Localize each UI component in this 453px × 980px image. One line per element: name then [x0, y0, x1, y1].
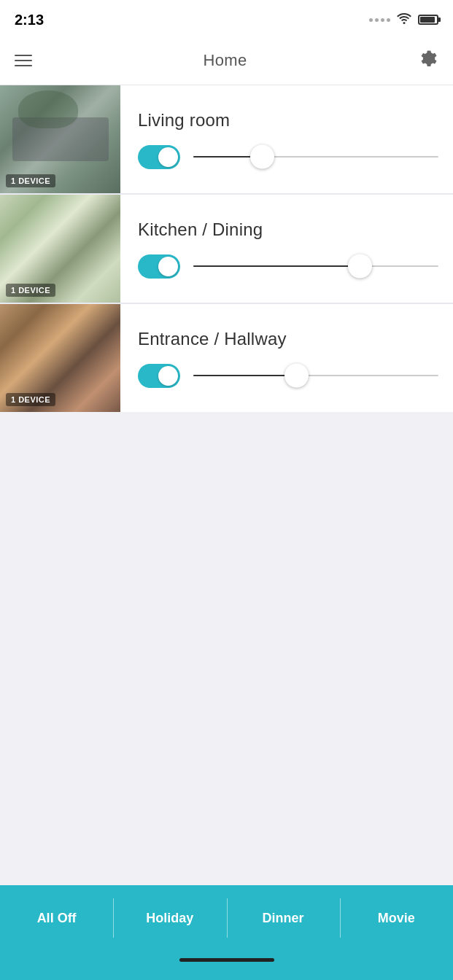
toggle-knob-entrance-hallway — [158, 366, 178, 386]
slider-entrance-hallway[interactable] — [193, 364, 438, 388]
status-time: 2:13 — [15, 12, 44, 28]
room-actions-kitchen-dining — [138, 254, 438, 279]
slider-track-entrance-hallway — [193, 375, 438, 376]
device-badge-entrance-hallway: 1 DEVICE — [6, 393, 55, 406]
holiday-button[interactable]: Holiday — [113, 885, 226, 951]
movie-button[interactable]: Movie — [340, 885, 453, 951]
room-card-kitchen-dining[interactable]: 1 DEVICE Kitchen / Dining — [0, 195, 453, 303]
room-controls-living-room: Living room — [120, 97, 453, 182]
empty-space — [0, 412, 453, 835]
status-bar: 2:13 — [0, 0, 453, 36]
device-badge-kitchen-dining: 1 DEVICE — [6, 284, 55, 297]
status-icons — [369, 12, 438, 28]
room-card-entrance-hallway[interactable]: 1 DEVICE Entrance / Hallway — [0, 304, 453, 412]
room-controls-entrance-hallway: Entrance / Hallway — [120, 316, 453, 401]
toggle-entrance-hallway[interactable] — [138, 364, 180, 388]
room-actions-entrance-hallway — [138, 364, 438, 388]
room-image-entrance-hallway: 1 DEVICE — [0, 304, 120, 412]
toggle-knob-living-room — [158, 147, 178, 167]
hamburger-menu-button[interactable] — [15, 55, 32, 66]
slider-fill-kitchen-dining — [193, 265, 360, 267]
room-list: 1 DEVICE Living room 1 DEVICE Kit — [0, 85, 453, 412]
slider-thumb-kitchen-dining[interactable] — [348, 254, 372, 279]
home-indicator — [179, 958, 274, 962]
room-image-living-room: 1 DEVICE — [0, 85, 120, 193]
wifi-icon — [396, 12, 412, 28]
device-badge-living-room: 1 DEVICE — [6, 174, 55, 187]
slider-track-living-room — [193, 156, 438, 158]
slider-track-kitchen-dining — [193, 265, 438, 267]
slider-kitchen-dining[interactable] — [193, 254, 438, 279]
settings-icon[interactable] — [418, 48, 438, 73]
room-name-living-room: Living room — [138, 110, 438, 131]
room-name-entrance-hallway: Entrance / Hallway — [138, 329, 438, 349]
slider-thumb-living-room[interactable] — [250, 145, 274, 169]
all-off-button[interactable]: All Off — [0, 885, 113, 951]
slider-fill-entrance-hallway — [193, 375, 296, 376]
signal-dots-icon — [369, 18, 390, 22]
bottom-bar: All Off Holiday Dinner Movie — [0, 885, 453, 980]
room-name-kitchen-dining: Kitchen / Dining — [138, 219, 438, 240]
room-image-kitchen-dining: 1 DEVICE — [0, 195, 120, 303]
bottom-bar-buttons: All Off Holiday Dinner Movie — [0, 885, 453, 951]
dinner-button[interactable]: Dinner — [227, 885, 340, 951]
page-title: Home — [204, 51, 247, 70]
room-controls-kitchen-dining: Kitchen / Dining — [120, 206, 453, 292]
room-actions-living-room — [138, 145, 438, 169]
toggle-kitchen-dining[interactable] — [138, 254, 180, 279]
room-card-living-room[interactable]: 1 DEVICE Living room — [0, 85, 453, 193]
toggle-knob-kitchen-dining — [158, 257, 178, 276]
toggle-living-room[interactable] — [138, 145, 180, 169]
header: Home — [0, 36, 453, 85]
slider-thumb-entrance-hallway[interactable] — [284, 364, 309, 388]
battery-icon — [418, 15, 438, 25]
slider-living-room[interactable] — [193, 145, 438, 169]
